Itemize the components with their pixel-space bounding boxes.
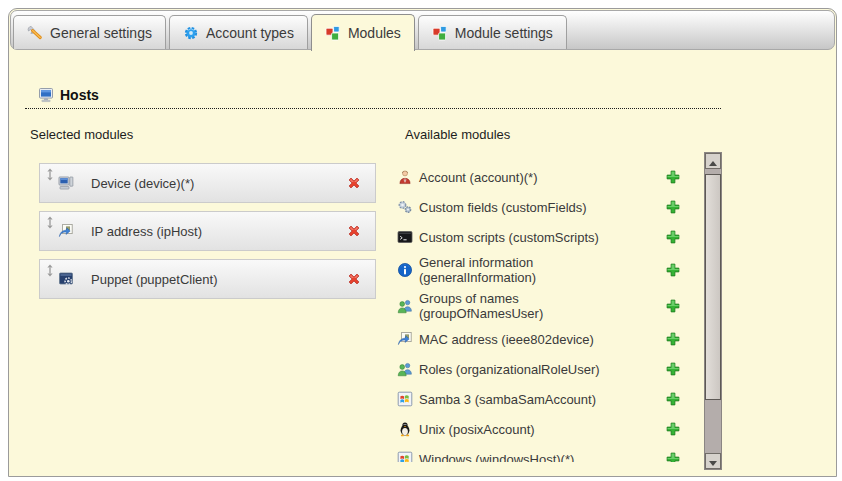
available-modules-heading: Available modules [405, 127, 510, 142]
selected-module-label: Device (device)(*) [91, 176, 194, 191]
windows-logo-icon [397, 391, 413, 407]
tab-account-types[interactable]: Account types [169, 15, 308, 49]
available-module-posixAccount: Unix (posixAccount) [397, 414, 681, 444]
available-module-label: General information (generalInformation) [419, 255, 624, 285]
available-module-label: MAC address (ieee802device) [419, 332, 624, 347]
selected-modules-heading: Selected modules [30, 127, 133, 142]
tab-label: Module settings [455, 25, 553, 41]
available-module-ieee802device: MAC address (ieee802device) [397, 324, 681, 354]
tab-label: Account types [206, 25, 294, 41]
available-modules-viewport: Account (account)(*)Custom fields (custo… [397, 147, 681, 462]
triangle-up-icon [709, 161, 717, 166]
available-modules-scrollbar[interactable] [704, 152, 722, 470]
tab-label: Modules [348, 25, 401, 41]
available-modules-list: Account (account)(*)Custom fields (custo… [397, 147, 681, 462]
modules-cubes-icon [325, 25, 341, 41]
selected-modules-list: Device (device)(*)IP address (ipHost)Pup… [39, 163, 376, 307]
settings-panel: General settingsAccount typesModulesModu… [8, 8, 837, 477]
available-module-generalInformation: General information (generalInformation) [397, 252, 681, 288]
selected-module-device[interactable]: Device (device)(*) [39, 163, 376, 203]
info-icon [397, 262, 413, 278]
gears-icon [397, 199, 413, 215]
available-module-label: Custom fields (customFields) [419, 200, 624, 215]
available-module-customScripts: Custom scripts (customScripts) [397, 222, 681, 252]
available-module-account: Account (account)(*) [397, 162, 681, 192]
modules-cubes-icon [432, 25, 448, 41]
add-posixAccount-button[interactable] [665, 421, 681, 437]
tab-strip: General settingsAccount typesModulesModu… [10, 10, 835, 50]
selected-module-ipHost[interactable]: IP address (ipHost) [39, 211, 376, 251]
terminal-icon [397, 229, 413, 245]
ip-address-icon [397, 331, 413, 347]
add-groupOfNamesUser-button[interactable] [665, 298, 681, 314]
group-icon [397, 361, 413, 377]
selected-module-puppetClient[interactable]: Puppet (puppetClient) [39, 259, 376, 299]
available-module-organizationalRoleUser: Roles (organizationalRoleUser) [397, 354, 681, 384]
scrollbar-thumb[interactable] [705, 174, 721, 400]
remove-ipHost-button[interactable] [346, 223, 362, 239]
add-organizationalRoleUser-button[interactable] [665, 361, 681, 377]
scrollbar-down-button[interactable] [705, 453, 721, 469]
tab-general-settings[interactable]: General settings [13, 15, 166, 49]
selected-module-label: Puppet (puppetClient) [91, 272, 217, 287]
triangle-down-icon [709, 461, 717, 466]
add-customFields-button[interactable] [665, 199, 681, 215]
available-module-sambaSamAccount: Samba 3 (sambaSamAccount) [397, 384, 681, 414]
account-types-gear-icon [183, 25, 199, 41]
tab-module-settings[interactable]: Module settings [418, 15, 567, 49]
add-customScripts-button[interactable] [665, 229, 681, 245]
device-computer-icon [58, 175, 74, 191]
ip-address-icon [58, 223, 74, 239]
puppet-icon [58, 271, 74, 287]
tab-bar: General settingsAccount typesModulesModu… [13, 14, 570, 49]
available-module-windowsHost: Windows (windowsHost)(*) [397, 444, 681, 462]
available-module-label: Groups of names (groupOfNamesUser) [419, 291, 624, 321]
tab-label: General settings [50, 25, 152, 41]
account-user-icon [397, 169, 413, 185]
available-module-customFields: Custom fields (customFields) [397, 192, 681, 222]
available-module-label: Windows (windowsHost)(*) [419, 452, 624, 463]
drag-handle-icon[interactable] [46, 216, 54, 229]
section-title: Hosts [60, 87, 99, 103]
add-generalInformation-button[interactable] [665, 262, 681, 278]
wrench-icon [27, 25, 43, 41]
available-module-groupOfNamesUser: Groups of names (groupOfNamesUser) [397, 288, 681, 324]
available-module-label: Roles (organizationalRoleUser) [419, 362, 624, 377]
available-module-label: Account (account)(*) [419, 170, 624, 185]
remove-puppetClient-button[interactable] [346, 271, 362, 287]
windows-logo-icon [397, 451, 413, 462]
section-divider [25, 108, 721, 109]
group-icon [397, 298, 413, 314]
hosts-section-heading: Hosts [38, 87, 99, 103]
selected-module-label: IP address (ipHost) [91, 224, 202, 239]
available-module-label: Samba 3 (sambaSamAccount) [419, 392, 624, 407]
add-windowsHost-button[interactable] [665, 451, 681, 462]
penguin-icon [397, 421, 413, 437]
add-ieee802device-button[interactable] [665, 331, 681, 347]
host-monitor-icon [38, 87, 54, 103]
drag-handle-icon[interactable] [46, 264, 54, 277]
add-sambaSamAccount-button[interactable] [665, 391, 681, 407]
drag-handle-icon[interactable] [46, 168, 54, 181]
scrollbar-up-button[interactable] [705, 153, 721, 169]
tab-modules[interactable]: Modules [311, 14, 415, 51]
add-account-button[interactable] [665, 169, 681, 185]
available-module-label: Unix (posixAccount) [419, 422, 624, 437]
remove-device-button[interactable] [346, 175, 362, 191]
available-module-label: Custom scripts (customScripts) [419, 230, 624, 245]
